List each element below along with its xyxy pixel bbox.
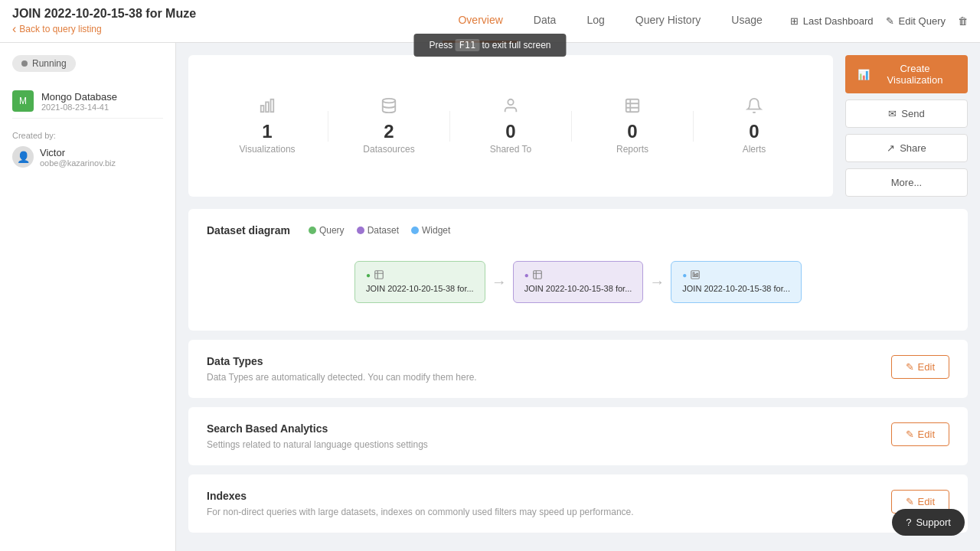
fullscreen-tip: Press F11 to exit full screen	[413, 34, 566, 57]
svg-rect-5	[626, 99, 639, 112]
stats-actions-row: 1 Visualizations 2 Datasources 0	[188, 55, 968, 197]
table-icon	[624, 97, 641, 118]
edit-query-action[interactable]: ✎ Edit Query	[886, 15, 946, 27]
diagram-node-dataset[interactable]: ● JOIN 2022-10-20-15-38 for...	[513, 261, 644, 303]
data-types-edit-button[interactable]: ✎ Edit	[891, 355, 949, 379]
tab-query-history[interactable]: Query History	[620, 0, 717, 43]
indexes-section: Indexes For non-direct queries with larg…	[188, 474, 968, 533]
dataset-diagram-title: Dataset diagram	[207, 224, 290, 236]
indexes-title: Indexes	[207, 490, 634, 502]
support-button[interactable]: ? Support	[892, 509, 965, 536]
back-link[interactable]: Back to query listing	[12, 22, 443, 36]
sidebar: Running M Mongo Database 2021-08-23-14-4…	[0, 43, 176, 551]
header: JOIN 2022-10-20-15-38 for Muze Back to q…	[0, 0, 980, 43]
svg-point-4	[508, 99, 513, 105]
status-badge: Running	[12, 55, 76, 72]
indexes-description: For non-direct queries with large datase…	[207, 507, 634, 517]
svg-rect-6	[375, 271, 384, 279]
svg-rect-0	[261, 106, 264, 112]
svg-rect-2	[271, 99, 274, 112]
diagram-node-query[interactable]: ● JOIN 2022-10-20-15-38 for...	[354, 261, 485, 303]
send-button[interactable]: ✉ Send	[845, 99, 968, 128]
user-info: Victor oobe@kazarinov.biz	[40, 147, 116, 168]
trash-icon: 🗑	[958, 15, 968, 27]
edit-pencil-icon-3: ✎	[906, 496, 914, 507]
legend-query: Query	[309, 225, 345, 236]
indexes-info: Indexes For non-direct queries with larg…	[207, 490, 634, 517]
main-layout: Running M Mongo Database 2021-08-23-14-4…	[0, 43, 980, 551]
stats-card: 1 Visualizations 2 Datasources 0	[188, 55, 833, 197]
dataset-legend-dot	[357, 227, 364, 234]
chart-icon: 📊	[858, 69, 870, 80]
search-analytics-title: Search Based Analytics	[207, 422, 428, 435]
data-types-info: Data Types Data Types are automatically …	[207, 355, 477, 383]
edit-pencil-icon: ✎	[906, 361, 914, 373]
arrow-1: →	[492, 273, 507, 291]
svg-rect-1	[266, 102, 269, 112]
action-buttons-panel: 📊 Create Visualization ✉ Send ↗ Share Mo…	[845, 55, 968, 197]
bell-icon	[746, 97, 763, 118]
database-item: M Mongo Database 2021-08-23-14-41	[12, 84, 163, 119]
header-right: ⊞ Last Dashboard ✎ Edit Query 🗑	[790, 15, 968, 27]
query-node-icon: ●	[366, 269, 474, 280]
widget-legend-dot	[411, 227, 419, 234]
svg-rect-10	[695, 274, 697, 276]
query-legend-dot	[309, 227, 316, 234]
stat-visualizations: 1 Visualizations	[207, 97, 328, 155]
legend-dataset: Dataset	[357, 225, 399, 236]
diagram-node-widget[interactable]: ● JOIN 2022-10-20-15-38 for...	[671, 261, 802, 303]
more-button[interactable]: More...	[845, 168, 968, 197]
edit-icon: ✎	[886, 15, 894, 27]
svg-rect-9	[693, 272, 694, 276]
tab-usage[interactable]: Usage	[716, 0, 777, 43]
page-title: JOIN 2022-10-20-15-38 for Muze	[12, 7, 443, 21]
bar-chart-icon	[259, 97, 276, 118]
legend-widget: Widget	[411, 225, 450, 236]
search-analytics-info: Search Based Analytics Settings related …	[207, 422, 428, 450]
user-avatar: 👤	[12, 146, 34, 168]
dataset-node-icon: ●	[524, 269, 632, 280]
db-icon: M	[12, 90, 34, 112]
svg-point-3	[383, 99, 396, 103]
last-dashboard-action[interactable]: ⊞ Last Dashboard	[790, 15, 874, 27]
status-dot	[21, 60, 28, 67]
widget-node-icon: ●	[682, 269, 790, 280]
dataset-diagram-header: Dataset diagram Query Dataset Widget	[207, 224, 949, 236]
db-info: Mongo Database 2021-08-23-14-41	[41, 91, 117, 112]
data-types-section: Data Types Data Types are automatically …	[188, 340, 968, 398]
create-visualization-button[interactable]: 📊 Create Visualization	[845, 55, 968, 93]
dashboard-icon: ⊞	[790, 15, 799, 27]
user-item: 👤 Victor oobe@kazarinov.biz	[12, 146, 163, 168]
support-icon: ?	[906, 517, 911, 528]
arrow-2: →	[649, 273, 665, 291]
data-types-description: Data Types are automatically detected. Y…	[207, 372, 477, 383]
header-left: JOIN 2022-10-20-15-38 for Muze Back to q…	[12, 7, 443, 36]
delete-action[interactable]: 🗑	[958, 15, 968, 27]
search-analytics-section: Search Based Analytics Settings related …	[188, 407, 968, 465]
user-icon	[502, 97, 519, 118]
share-icon: ↗	[887, 142, 895, 154]
svg-rect-7	[533, 271, 541, 279]
send-icon: ✉	[888, 108, 897, 119]
tab-log[interactable]: Log	[571, 0, 619, 43]
search-analytics-edit-button[interactable]: ✎ Edit	[891, 422, 949, 446]
stat-shared-to: 0 Shared To	[450, 97, 571, 155]
dataset-diagram-card: Dataset diagram Query Dataset Widget	[188, 209, 968, 331]
stat-datasources: 2 Datasources	[328, 97, 449, 155]
diagram-area: ● JOIN 2022-10-20-15-38 for... → ● JOIN …	[207, 249, 949, 315]
stat-reports: 0 Reports	[572, 97, 693, 155]
main-content: 1 Visualizations 2 Datasources 0	[176, 43, 980, 551]
share-button[interactable]: ↗ Share	[845, 134, 968, 162]
stat-alerts: 0 Alerts	[694, 97, 815, 155]
data-types-title: Data Types	[207, 355, 477, 367]
svg-rect-11	[697, 273, 698, 276]
created-by-label: Created by:	[12, 131, 163, 140]
database-icon	[381, 97, 397, 118]
search-analytics-description: Settings related to natural language que…	[207, 439, 428, 450]
edit-pencil-icon-2: ✎	[906, 429, 914, 440]
